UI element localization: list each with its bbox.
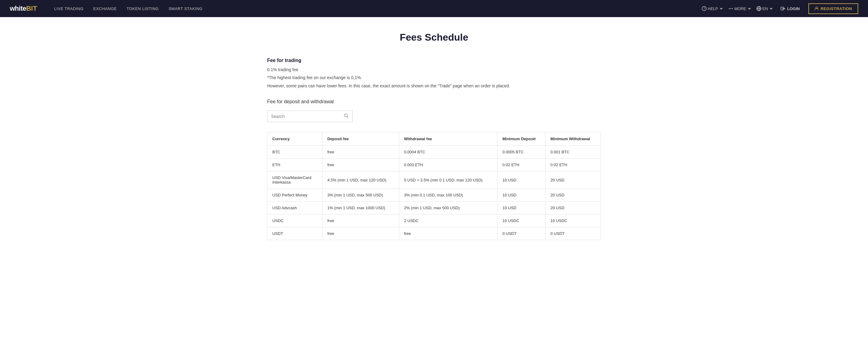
table-cell-1-3: 0.02 ETH: [497, 159, 545, 171]
fee-line2: *The highest trading fee on our exchange…: [267, 74, 601, 81]
table-cell-6-0: USDT: [268, 227, 322, 240]
svg-point-4: [732, 8, 733, 9]
table-cell-4-4: 20 USD: [546, 202, 601, 215]
fee-line3: However, some pairs can have lower fees.…: [267, 83, 601, 89]
nav-link-live-trading[interactable]: LIVE TRADING: [54, 6, 84, 11]
table-cell-2-3: 10 USD: [497, 171, 545, 189]
table-row: USDTfreefree0 USDT0 USDT: [268, 227, 601, 240]
table-row: USD Advcash1% (min 1 USD, max 1000 USD)2…: [268, 202, 601, 215]
logo-white: white: [10, 5, 26, 12]
register-label: REGISTRATION: [820, 6, 852, 11]
table-header-1: Deposit fee: [322, 132, 399, 146]
table-row: BTCfree0.0004 BTC0.0005 BTC0.001 BTC: [268, 146, 601, 159]
more-chevron-icon: [748, 7, 750, 9]
search-icon: [344, 113, 349, 120]
navbar: white BIT LIVE TRADINGEXCHANGETOKEN LIST…: [0, 0, 868, 17]
table-cell-6-2: free: [399, 227, 497, 240]
table-cell-3-1: 3% (min 1 USD, max 500 USD): [322, 189, 399, 202]
more-menu[interactable]: MORE: [728, 6, 750, 11]
table-cell-3-4: 20 USD: [546, 189, 601, 202]
table-cell-4-1: 1% (min 1 USD, max 1000 USD): [322, 202, 399, 215]
table-cell-3-0: USD Perfect Money: [268, 189, 322, 202]
table-header: CurrencyDeposit feeWithdrawal feeMinimum…: [268, 132, 601, 146]
help-label: HELP: [708, 6, 718, 11]
fees-table: CurrencyDeposit feeWithdrawal feeMinimum…: [267, 132, 601, 240]
table-row: ETHfree0.003 ETH0.02 ETH0.02 ETH: [268, 159, 601, 171]
table-cell-0-0: BTC: [268, 146, 322, 159]
more-icon: [728, 6, 733, 11]
nav-right: ? HELP MORE EN: [702, 3, 858, 14]
table-cell-5-2: 2 USDC: [399, 215, 497, 227]
help-menu[interactable]: ? HELP: [702, 6, 722, 11]
login-label: LOGIN: [787, 6, 800, 11]
search-input[interactable]: [271, 114, 344, 119]
logo[interactable]: white BIT: [10, 5, 37, 12]
table-cell-5-4: 10 USDC: [546, 215, 601, 227]
table-row: USD Perfect Money3% (min 1 USD, max 500 …: [268, 189, 601, 202]
table-header-2: Withdrawal fee: [399, 132, 497, 146]
table-body: BTCfree0.0004 BTC0.0005 BTC0.001 BTCETHf…: [268, 146, 601, 240]
page-title: Fees Schedule: [267, 32, 601, 43]
table-cell-2-4: 20 USD: [546, 171, 601, 189]
table-cell-1-2: 0.003 ETH: [399, 159, 497, 171]
lang-menu[interactable]: EN: [756, 6, 772, 11]
page-content: Fees Schedule Fee for trading 0.1% tradi…: [260, 17, 608, 258]
table-header-4: Minimum Withdrawal: [546, 132, 601, 146]
table-cell-0-1: free: [322, 146, 399, 159]
globe-icon: [756, 6, 761, 11]
header-row: CurrencyDeposit feeWithdrawal feeMinimum…: [268, 132, 601, 146]
table-row: USDCfree2 USDC10 USDC10 USDC: [268, 215, 601, 227]
search-container[interactable]: [267, 110, 353, 122]
table-cell-3-3: 10 USD: [497, 189, 545, 202]
logo-bit: BIT: [26, 5, 37, 12]
table-cell-1-4: 0.02 ETH: [546, 159, 601, 171]
fee-trading-title: Fee for trading: [267, 58, 601, 63]
svg-point-11: [344, 114, 347, 117]
table-cell-2-0: USD Visa/MasterCard Interkassa: [268, 171, 322, 189]
table-cell-5-0: USDC: [268, 215, 322, 227]
table-cell-0-3: 0.0005 BTC: [497, 146, 545, 159]
question-icon: ?: [702, 6, 707, 11]
table-cell-6-4: 0 USDT: [546, 227, 601, 240]
svg-point-3: [730, 8, 731, 9]
table-cell-2-1: 4.5% (min 1 USD, max 120 USD): [322, 171, 399, 189]
table-cell-5-3: 10 USDC: [497, 215, 545, 227]
more-label: MORE: [735, 6, 746, 11]
table-cell-0-2: 0.0004 BTC: [399, 146, 497, 159]
table-cell-6-1: free: [322, 227, 399, 240]
svg-line-12: [347, 117, 348, 118]
lang-label: EN: [763, 6, 768, 11]
table-cell-0-4: 0.001 BTC: [546, 146, 601, 159]
deposit-withdrawal-title: Fee for deposit and withdrawal: [267, 99, 601, 104]
table-header-0: Currency: [268, 132, 322, 146]
svg-text:?: ?: [703, 7, 705, 10]
login-button[interactable]: LOGIN: [778, 6, 802, 11]
table-cell-4-3: 10 USD: [497, 202, 545, 215]
table-cell-3-2: 3% (min 0.1 USD, max 100 USD): [399, 189, 497, 202]
table-cell-4-2: 2% (min 1 USD, max 500 USD): [399, 202, 497, 215]
table-row: USD Visa/MasterCard Interkassa4.5% (min …: [268, 171, 601, 189]
table-header-3: Minimum Deposit: [497, 132, 545, 146]
table-cell-1-1: free: [322, 159, 399, 171]
svg-point-2: [728, 8, 730, 9]
help-chevron-icon: [720, 7, 722, 9]
user-icon: [814, 6, 819, 11]
table-cell-4-0: USD Advcash: [268, 202, 322, 215]
nav-link-smart-staking[interactable]: SMART STAKING: [168, 6, 202, 11]
table-cell-1-0: ETH: [268, 159, 322, 171]
table-cell-2-2: 5 USD + 3.5% (min 0.1 USD, max 120 USD): [399, 171, 497, 189]
nav-links: LIVE TRADINGEXCHANGETOKEN LISTINGSMART S…: [54, 6, 692, 11]
nav-link-token-listing[interactable]: TOKEN LISTING: [127, 6, 159, 11]
register-button[interactable]: REGISTRATION: [808, 3, 858, 14]
lang-chevron-icon: [770, 7, 772, 9]
fee-line1: 0.1% trading fee: [267, 66, 601, 73]
fee-trading-section: Fee for trading 0.1% trading fee *The hi…: [267, 58, 601, 89]
table-cell-6-3: 0 USDT: [497, 227, 545, 240]
table-cell-5-1: free: [322, 215, 399, 227]
nav-link-exchange[interactable]: EXCHANGE: [93, 6, 117, 11]
login-icon: [781, 6, 785, 11]
